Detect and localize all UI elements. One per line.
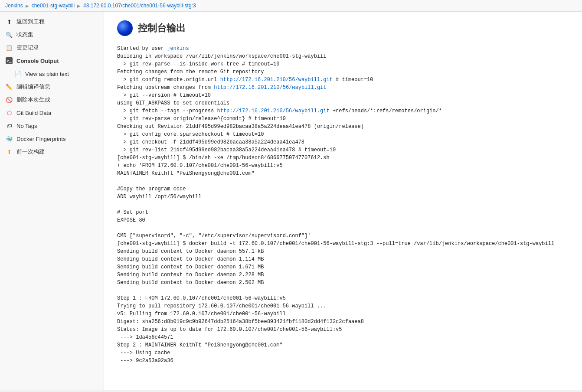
globe-icon	[117, 20, 133, 36]
sidebar-item-prev-build[interactable]: ⬆ 前一次构建	[0, 145, 104, 158]
sidebar-item-status-set[interactable]: 🔍 状态集	[0, 28, 104, 41]
docker-icon: 🐳	[5, 135, 13, 143]
up-arrow-icon: ⬆	[5, 18, 13, 26]
sidebar-label-notags: No Tags	[16, 123, 37, 129]
doc-icon: 📄	[14, 70, 22, 78]
sidebar-item-back-to-project[interactable]: ⬆ 返回到工程	[0, 15, 104, 28]
breadcrumb: Jenkins ▶ che001-stg-waybill ▶ #3 172.60…	[0, 0, 582, 12]
git-icon: ⬡	[5, 109, 13, 117]
sidebar-label-docker: Docker Fingerprints	[16, 136, 65, 142]
breadcrumb-sep-2: ▶	[77, 3, 81, 8]
sidebar-item-no-tags[interactable]: 🏷 No Tags	[0, 119, 104, 132]
sidebar-label-changelog: 变更记录	[16, 44, 39, 52]
prev-build-icon: ⬆	[5, 148, 13, 156]
sidebar-item-change-log[interactable]: 📋 变更记录	[0, 41, 104, 54]
page-header: 控制台输出	[117, 20, 569, 36]
main-content: 控制台输出 Started by user jenkins Building i…	[104, 12, 582, 390]
page-title: 控制台输出	[138, 22, 186, 35]
sidebar-label-status: 状态集	[16, 31, 33, 39]
sidebar-item-git-build-data[interactable]: ⬡ Git Build Data	[0, 106, 104, 119]
edit-icon: ✏️	[5, 83, 13, 91]
git-url-link-1[interactable]: http://172.16.201.210/56/waybill.git	[220, 77, 333, 83]
sidebar-item-console-output[interactable]: >_ Console Output	[0, 54, 104, 67]
sidebar-item-docker-fingerprints[interactable]: 🐳 Docker Fingerprints	[0, 132, 104, 145]
sidebar-label-git: Git Build Data	[16, 110, 51, 116]
console-output-text: Started by user jenkins Building in work…	[117, 45, 569, 365]
breadcrumb-project[interactable]: che001-stg-waybill	[32, 3, 75, 9]
jenkins-user-link[interactable]: jenkins	[167, 46, 189, 52]
breadcrumb-build[interactable]: #3 172.60.0.107/che001/che001-56-waybill…	[83, 3, 196, 9]
no-tags-icon: 🏷	[5, 122, 13, 130]
sidebar: ⬆ 返回到工程 🔍 状态集 📋 变更记录 >_ Console Output 📄…	[0, 12, 104, 390]
git-url-link-3[interactable]: http://172.16.201.210/56/waybill.git	[217, 108, 329, 114]
sidebar-label-prev: 前一次构建	[16, 148, 45, 156]
sidebar-label-console: Console Output	[16, 58, 59, 64]
console-icon: >_	[5, 57, 13, 65]
sidebar-label-delete: 删除本次生成	[16, 96, 50, 104]
sidebar-label-back: 返回到工程	[16, 18, 45, 26]
sidebar-label-plain-text: View as plain text	[25, 71, 69, 77]
sidebar-item-delete-build[interactable]: 🚫 删除本次生成	[0, 93, 104, 106]
breadcrumb-sep-1: ▶	[26, 3, 29, 8]
git-url-link-2[interactable]: http://172.16.201.210/56/waybill.git	[214, 85, 326, 91]
breadcrumb-jenkins[interactable]: Jenkins	[5, 3, 23, 9]
sidebar-item-view-plain-text[interactable]: 📄 View as plain text	[0, 67, 104, 80]
delete-icon: 🚫	[5, 96, 13, 104]
sidebar-label-edit: 编辑编译信息	[16, 83, 50, 91]
sidebar-item-edit-compile-info[interactable]: ✏️ 编辑编译信息	[0, 80, 104, 93]
pencil-icon: 📋	[5, 44, 13, 52]
magnify-icon: 🔍	[5, 31, 13, 39]
